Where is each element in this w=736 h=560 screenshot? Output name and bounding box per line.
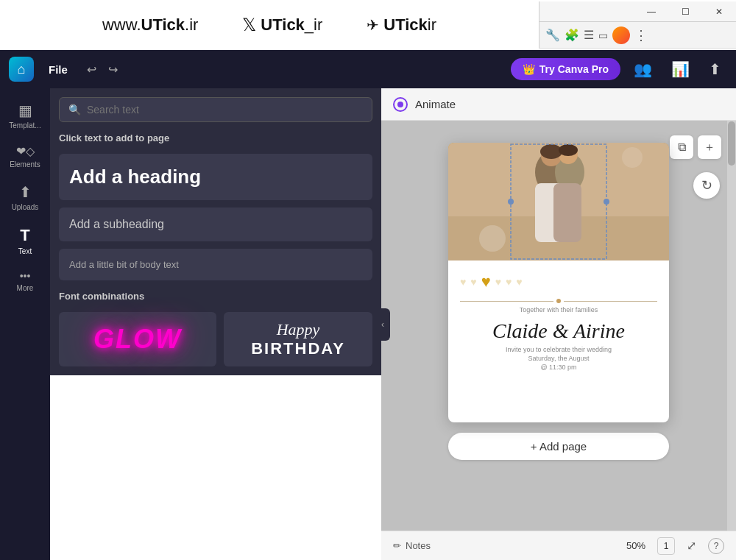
birthday-combo-button[interactable]: Happy BIRTHDAY [224, 312, 372, 366]
notes-button[interactable]: ✏ Notes [393, 540, 431, 551]
canvas-top-actions: ⧉ ＋ [670, 135, 721, 159]
watermark-twitter: 𝕏 UTick_ir [242, 15, 322, 35]
add-page-button[interactable]: + Add page [448, 433, 669, 460]
card-photo [448, 143, 669, 260]
animate-bar: Animate [381, 88, 736, 121]
heart-big: ♥ [481, 272, 491, 291]
svg-point-13 [508, 199, 514, 205]
font-combos: GLOW Happy BIRTHDAY [59, 312, 372, 366]
svg-point-14 [604, 199, 609, 205]
watermark-site: www.UTick.ir [102, 15, 198, 35]
more-icon: ••• [20, 270, 31, 282]
canva-extension-icon[interactable]: 🔧 [545, 28, 560, 42]
couple-svg [448, 143, 669, 260]
templates-label: Templat... [9, 121, 40, 130]
add-element-button[interactable]: ＋ [698, 135, 721, 159]
try-canva-pro-label: Try Canva Pro [539, 63, 609, 75]
heart-small-5: ♥ [516, 276, 522, 288]
canva-navbar: ⌂ File ↩ ↪ 👑 Try Canva Pro 👥 📊 ⬆ [0, 50, 736, 88]
chrome-toolbar: 🔧 🧩 ☰ ▭ ⋮ [539, 22, 736, 49]
sidebar: ▦ Templat... ❤◇ Elements ⬆ Uploads T Tex… [0, 88, 50, 560]
scrollbar-vertical[interactable] [727, 121, 736, 531]
maximize-button[interactable]: ☐ [668, 1, 702, 22]
chart-icon[interactable]: 📊 [665, 57, 696, 81]
templates-icon: ▦ [18, 102, 32, 119]
redo-button[interactable]: ↪ [104, 61, 122, 78]
window-frame: — ☐ ✕ 🔧 🧩 ☰ ▭ ⋮ [539, 1, 736, 49]
refresh-button[interactable]: ↻ [693, 172, 720, 199]
dot-center [556, 299, 561, 303]
notes-icon: ✏ [393, 540, 401, 551]
wedding-time: @ 11:30 pm [460, 364, 657, 371]
notes-label: Notes [406, 540, 431, 551]
zoom-level[interactable]: 50% [626, 540, 645, 551]
add-heading-button[interactable]: Add a heading [59, 154, 372, 200]
watermark-telegram: ✈ UTickir [367, 15, 436, 35]
twitter-icon: 𝕏 [242, 15, 256, 35]
uploads-icon: ⬆ [19, 183, 32, 201]
close-button[interactable]: ✕ [702, 1, 736, 22]
top-section: www.UTick.ir 𝕏 UTick_ir ✈ UTickir — ☐ ✕ [0, 0, 736, 50]
window-icon[interactable]: ▭ [598, 29, 608, 41]
win-titlebar: — ☐ ✕ [539, 1, 736, 22]
uploads-label: Uploads [12, 203, 39, 211]
click-text-label: Click text to add to page [59, 130, 372, 146]
expand-button[interactable]: ⤢ [687, 539, 696, 553]
search-input[interactable] [87, 104, 363, 116]
sidebar-item-uploads[interactable]: ⬆ Uploads [4, 177, 46, 217]
copy-button[interactable]: ⧉ [670, 135, 693, 159]
search-bar[interactable]: 🔍 [59, 97, 372, 122]
telegram-icon: ✈ [367, 16, 379, 34]
three-dots-icon[interactable]: ⋮ [634, 27, 648, 43]
happy-text: Happy [277, 320, 320, 339]
font-combinations-label: Font combinations [59, 288, 372, 305]
more-label: More [17, 284, 34, 292]
together-text: Together with their families [460, 306, 657, 313]
sidebar-item-more[interactable]: ••• More [4, 264, 46, 298]
profile-avatar[interactable] [612, 26, 630, 44]
home-button[interactable]: ⌂ [9, 57, 34, 82]
app-wrapper: www.UTick.ir 𝕏 UTick_ir ✈ UTickir — ☐ ✕ [0, 0, 736, 560]
glow-combo-button[interactable]: GLOW [59, 312, 216, 366]
collapse-panel-button[interactable]: ‹ [375, 308, 390, 341]
bottom-bar: ✏ Notes 50% 1 ⤢ ? [381, 531, 736, 560]
add-subheading-button[interactable]: Add a subheading [59, 208, 372, 241]
text-label: Text [18, 247, 32, 255]
text-panel-wrapper: 🔍 Click text to add to page Add a headin… [50, 88, 381, 560]
svg-point-11 [622, 147, 643, 168]
undo-button[interactable]: ↩ [82, 61, 101, 78]
animate-label[interactable]: Animate [415, 98, 456, 110]
line-left [460, 301, 553, 302]
page-indicator: 1 [657, 537, 675, 555]
heart-small-4: ♥ [506, 276, 512, 288]
scrollbar-thumb [728, 121, 735, 166]
add-body-button[interactable]: Add a little bit of body text [59, 249, 372, 280]
file-menu[interactable]: File [41, 60, 75, 79]
sidebar-item-elements[interactable]: ❤◇ Elements [4, 138, 46, 174]
birthday-text: BIRTHDAY [251, 339, 345, 358]
try-canva-pro-button[interactable]: 👑 Try Canva Pro [511, 58, 620, 80]
line-right [564, 301, 657, 302]
heart-small-2: ♥ [470, 276, 476, 288]
sidebar-item-text[interactable]: T Text [4, 220, 46, 261]
hearts-row: ♥ ♥ ♥ ♥ ♥ ♥ [460, 268, 657, 296]
puzzle-icon[interactable]: 🧩 [565, 28, 579, 42]
canvas-column: Animate ⧉ ＋ ↻ → [381, 88, 736, 560]
watermark-area: www.UTick.ir 𝕏 UTick_ir ✈ UTickir [0, 0, 539, 50]
help-button[interactable]: ? [708, 538, 724, 554]
upload-icon[interactable]: ⬆ [703, 57, 727, 81]
elements-icon: ❤◇ [16, 144, 35, 158]
separator-line [460, 299, 657, 303]
menu-icon[interactable]: ☰ [584, 28, 594, 42]
animate-icon [393, 97, 408, 112]
minimize-button[interactable]: — [634, 1, 668, 22]
text-icon: T [20, 226, 29, 245]
sidebar-item-templates[interactable]: ▦ Templat... [4, 96, 46, 135]
home-icon: ⌂ [18, 62, 26, 77]
card-names[interactable]: Claide & Airine [460, 313, 657, 346]
canvas-workspace[interactable]: ⧉ ＋ ↻ → [381, 121, 736, 531]
invite-text: Invite you to celebrate their wedding [460, 346, 657, 353]
wedding-card[interactable]: → [448, 143, 669, 422]
share-icon[interactable]: 👥 [628, 57, 658, 81]
elements-label: Elements [10, 160, 40, 169]
